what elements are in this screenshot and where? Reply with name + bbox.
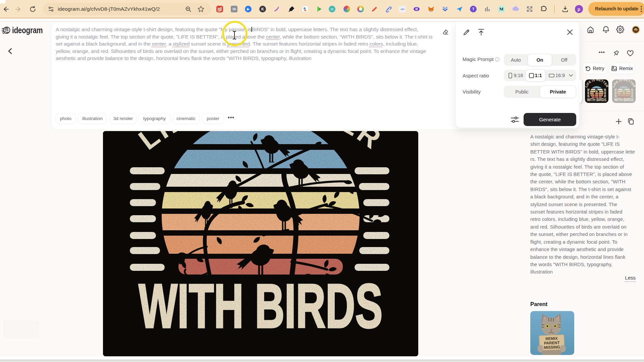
- svg-text:WITH BIRDS: WITH BIRDS: [587, 98, 606, 102]
- svg-text:MISSING: MISSING: [544, 345, 560, 350]
- svg-text:PARENT: PARENT: [544, 341, 560, 345]
- svg-text:REMIX: REMIX: [545, 336, 558, 341]
- svg-text:WITH BIRDS: WITH BIRDS: [614, 98, 634, 102]
